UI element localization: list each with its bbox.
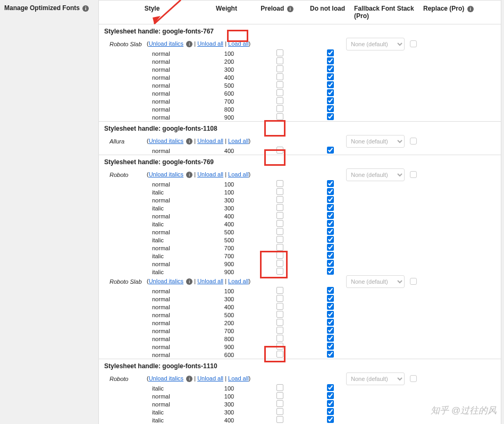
preload-checkbox[interactable] — [276, 335, 283, 342]
unload-italics-link[interactable]: Unload italics — [149, 138, 183, 144]
preload-checkbox[interactable] — [276, 113, 283, 120]
donotload-checkbox[interactable] — [327, 287, 334, 294]
replace-checkbox[interactable] — [410, 138, 417, 145]
donotload-checkbox[interactable] — [327, 147, 334, 154]
donotload-checkbox[interactable] — [327, 392, 334, 399]
donotload-checkbox[interactable] — [327, 303, 334, 310]
preload-checkbox[interactable] — [276, 147, 283, 154]
preload-checkbox[interactable] — [276, 252, 283, 259]
unload-italics-link[interactable]: Unload italics — [149, 375, 183, 381]
donotload-checkbox[interactable] — [327, 113, 334, 120]
donotload-checkbox[interactable] — [327, 327, 334, 334]
preload-checkbox[interactable] — [276, 65, 283, 72]
preload-checkbox[interactable] — [276, 49, 283, 56]
preload-checkbox[interactable] — [276, 212, 283, 219]
preload-checkbox[interactable] — [276, 384, 283, 391]
info-icon[interactable]: i — [186, 172, 192, 178]
preload-checkbox[interactable] — [276, 295, 283, 302]
fallback-select[interactable]: None (default) — [346, 135, 405, 148]
unload-italics-link[interactable]: Unload italics — [149, 171, 183, 177]
donotload-checkbox[interactable] — [327, 204, 334, 211]
preload-checkbox[interactable] — [276, 260, 283, 267]
donotload-checkbox[interactable] — [327, 236, 334, 243]
info-icon[interactable]: i — [186, 41, 192, 47]
donotload-checkbox[interactable] — [327, 180, 334, 187]
unload-all-link[interactable]: Unload all — [197, 278, 223, 284]
info-icon[interactable]: i — [82, 5, 89, 12]
unload-all-link[interactable]: Unload all — [197, 40, 223, 47]
info-icon[interactable]: i — [467, 6, 474, 12]
load-all-link[interactable]: Load all — [228, 375, 249, 381]
preload-checkbox[interactable] — [276, 220, 283, 227]
preload-checkbox[interactable] — [276, 303, 283, 310]
replace-checkbox[interactable] — [410, 171, 417, 178]
donotload-checkbox[interactable] — [327, 97, 334, 104]
donotload-checkbox[interactable] — [327, 105, 334, 112]
unload-italics-link[interactable]: Unload italics — [149, 278, 183, 284]
preload-checkbox[interactable] — [276, 89, 283, 96]
donotload-checkbox[interactable] — [327, 196, 334, 203]
info-icon[interactable]: i — [186, 278, 192, 285]
fallback-select[interactable]: None (default) — [346, 275, 405, 288]
preload-checkbox[interactable] — [276, 57, 283, 64]
preload-checkbox[interactable] — [276, 287, 283, 294]
donotload-checkbox[interactable] — [327, 49, 334, 56]
replace-checkbox[interactable] — [410, 375, 417, 382]
load-all-link[interactable]: Load all — [228, 171, 249, 177]
preload-checkbox[interactable] — [276, 408, 283, 415]
load-all-link[interactable]: Load all — [228, 278, 249, 284]
fallback-select[interactable]: None (default) — [346, 168, 405, 181]
donotload-checkbox[interactable] — [327, 73, 334, 80]
donotload-checkbox[interactable] — [327, 268, 334, 275]
donotload-checkbox[interactable] — [327, 220, 334, 227]
info-icon[interactable]: i — [186, 138, 192, 145]
donotload-checkbox[interactable] — [327, 260, 334, 267]
donotload-checkbox[interactable] — [327, 89, 334, 96]
preload-checkbox[interactable] — [276, 204, 283, 211]
preload-checkbox[interactable] — [276, 236, 283, 243]
preload-checkbox[interactable] — [276, 400, 283, 407]
donotload-checkbox[interactable] — [327, 252, 334, 259]
preload-checkbox[interactable] — [276, 81, 283, 88]
preload-checkbox[interactable] — [276, 228, 283, 235]
unload-italics-link[interactable]: Unload italics — [149, 40, 183, 47]
fallback-select[interactable]: None (default) — [346, 38, 405, 50]
preload-checkbox[interactable] — [276, 244, 283, 251]
fallback-select[interactable]: None (default) — [346, 372, 405, 385]
donotload-checkbox[interactable] — [327, 416, 334, 423]
replace-checkbox[interactable] — [410, 40, 417, 47]
donotload-checkbox[interactable] — [327, 57, 334, 64]
preload-checkbox[interactable] — [276, 105, 283, 112]
unload-all-link[interactable]: Unload all — [197, 171, 223, 177]
donotload-checkbox[interactable] — [327, 228, 334, 235]
donotload-checkbox[interactable] — [327, 384, 334, 391]
donotload-checkbox[interactable] — [327, 244, 334, 251]
unload-all-link[interactable]: Unload all — [197, 138, 223, 144]
preload-checkbox[interactable] — [276, 327, 283, 334]
load-all-link[interactable]: Load all — [228, 138, 249, 144]
preload-checkbox[interactable] — [276, 319, 283, 326]
donotload-checkbox[interactable] — [327, 319, 334, 326]
donotload-checkbox[interactable] — [327, 408, 334, 415]
preload-checkbox[interactable] — [276, 416, 283, 423]
preload-checkbox[interactable] — [276, 392, 283, 399]
donotload-checkbox[interactable] — [327, 351, 334, 358]
donotload-checkbox[interactable] — [327, 65, 334, 72]
replace-checkbox[interactable] — [410, 278, 417, 285]
preload-checkbox[interactable] — [276, 311, 283, 318]
donotload-checkbox[interactable] — [327, 295, 334, 302]
donotload-checkbox[interactable] — [327, 81, 334, 88]
preload-checkbox[interactable] — [276, 180, 283, 187]
preload-checkbox[interactable] — [276, 343, 283, 350]
info-icon[interactable]: i — [287, 6, 293, 12]
donotload-checkbox[interactable] — [327, 311, 334, 318]
donotload-checkbox[interactable] — [327, 343, 334, 350]
load-all-link[interactable]: Load all — [228, 40, 249, 47]
donotload-checkbox[interactable] — [327, 188, 334, 195]
preload-checkbox[interactable] — [276, 97, 283, 104]
preload-checkbox[interactable] — [276, 73, 283, 80]
preload-checkbox[interactable] — [276, 196, 283, 203]
donotload-checkbox[interactable] — [327, 335, 334, 342]
preload-checkbox[interactable] — [276, 351, 283, 358]
donotload-checkbox[interactable] — [327, 212, 334, 219]
